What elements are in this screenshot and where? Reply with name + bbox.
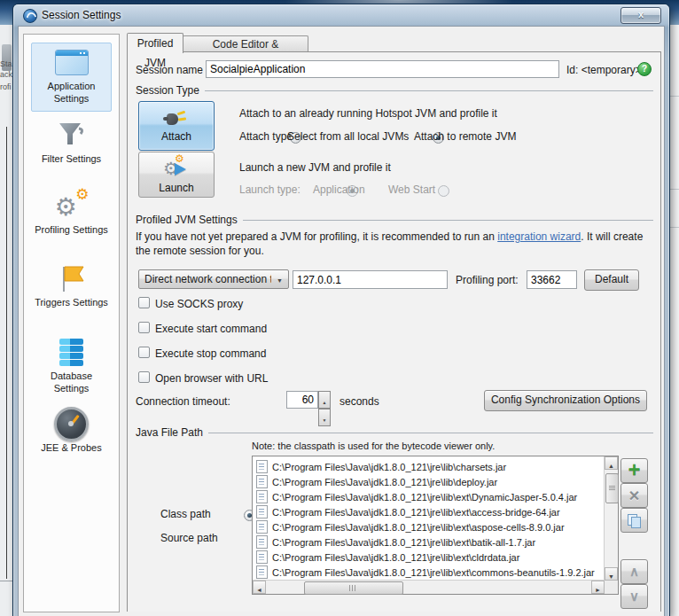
flag-icon: [57, 260, 87, 297]
remove-icon: [628, 487, 640, 504]
attach-description: Attach to an already running Hotspot JVM…: [239, 107, 497, 120]
classpath-entry[interactable]: C:\Program Files\Java\jdk1.8.0_121\jre\l…: [253, 474, 605, 489]
spinner-up-button[interactable]: [318, 391, 331, 409]
checkbox-use-socks-proxy-label[interactable]: Use SOCKS proxy: [155, 298, 243, 310]
profiling-port-label: Profiling port:: [456, 274, 519, 286]
timeout-spinner: [286, 391, 331, 409]
radio-launch-application-label[interactable]: Application: [313, 183, 365, 196]
session-type-group-heading: Session Type: [136, 84, 653, 97]
background-text-fragment: Sta: [0, 59, 12, 68]
classpath-entry[interactable]: C:\Program Files\Java\jdk1.8.0_121\jre\l…: [253, 489, 605, 504]
session-name-input[interactable]: [206, 60, 559, 78]
sidebar-item-triggers-settings[interactable]: Triggers Settings: [31, 259, 112, 328]
launch-type-label: Launch type:: [239, 183, 300, 196]
jar-file-icon: [256, 520, 268, 534]
integration-info-text: If you have not yet prepared a JVM for p…: [136, 230, 648, 258]
remove-path-button[interactable]: [620, 483, 648, 508]
gears-icon: ⚙⚙: [54, 187, 90, 224]
jar-file-icon: [256, 505, 268, 519]
sidebar-item-database-settings[interactable]: Database Settings: [31, 332, 112, 402]
sidebar-item-filter-settings[interactable]: Filter Settings: [31, 115, 112, 184]
radio-select-local-jvms-label[interactable]: Select from all local JVMs: [287, 130, 409, 143]
profiling-port-input[interactable]: [527, 270, 577, 289]
java-file-path-heading: Java File Path: [136, 426, 653, 439]
sidebar-item-application-settings[interactable]: Application Settings: [31, 43, 112, 112]
jar-file-icon: [256, 565, 268, 579]
horizontal-scrollbar[interactable]: [253, 580, 605, 594]
launch-description: Launch a new JVM and profile it: [239, 161, 391, 174]
classpath-entries: C:\Program Files\Java\jdk1.8.0_121\jre\l…: [253, 456, 605, 581]
jar-file-icon: [256, 535, 268, 549]
classpath-entry[interactable]: C:\Program Files\Java\jdk1.8.0_121\jre\l…: [253, 565, 605, 580]
attach-button[interactable]: Attach: [138, 101, 215, 151]
add-path-button[interactable]: [620, 458, 648, 483]
radio-launch-webstart-label[interactable]: Web Start: [388, 183, 435, 196]
background-divider: [669, 96, 679, 97]
launch-button[interactable]: ⚙⚙ Launch: [138, 152, 215, 198]
app-window-icon: [55, 43, 89, 81]
timeout-unit-label: seconds: [340, 395, 379, 408]
background-window-left-edge: Sta ack rofi: [0, 25, 13, 616]
scroll-left-button[interactable]: [253, 581, 266, 594]
background-text-fragment: rofi: [0, 82, 12, 91]
spinner-down-button[interactable]: [318, 409, 331, 426]
classpath-entry[interactable]: C:\Program Files\Java\jdk1.8.0_121\jre\l…: [253, 504, 605, 519]
close-button[interactable]: x: [620, 7, 661, 24]
move-up-button[interactable]: [620, 559, 648, 584]
vertical-scrollbar[interactable]: [604, 456, 618, 581]
database-icon: [59, 333, 83, 370]
session-id-label: Id: <temporary>: [566, 64, 642, 76]
chevron-down-icon: [629, 589, 639, 604]
tab-code-editor-compilation[interactable]: Code Editor & Compilation: [183, 35, 308, 53]
host-input[interactable]: [293, 270, 448, 289]
checkbox-execute-stop-command[interactable]: [138, 347, 150, 358]
plug-icon: [165, 110, 188, 128]
plus-icon: [628, 462, 640, 480]
gauge-icon: [54, 405, 89, 442]
checkbox-execute-start-command-label[interactable]: Execute start command: [155, 323, 267, 335]
help-icon[interactable]: [637, 62, 652, 76]
default-button[interactable]: Default: [584, 269, 639, 291]
radio-attach-remote-jvm-label[interactable]: Attach to remote JVM: [414, 130, 516, 143]
horizontal-scroll-thumb[interactable]: [304, 581, 403, 595]
classpath-entry[interactable]: C:\Program Files\Java\jdk1.8.0_121\jre\l…: [253, 550, 605, 565]
scroll-up-button[interactable]: [605, 456, 618, 470]
launch-gear-icon: ⚙⚙: [163, 156, 190, 179]
checkbox-open-browser-url-label[interactable]: Open browser with URL: [155, 372, 268, 385]
arrow-down-icon: [323, 409, 327, 425]
arrow-down-icon: [608, 566, 614, 582]
checkbox-execute-start-command[interactable]: [138, 322, 150, 333]
radio-launch-webstart[interactable]: [438, 185, 449, 197]
integration-wizard-link[interactable]: integration wizard: [497, 230, 581, 243]
background-divider: [669, 189, 679, 190]
radio-class-path-label[interactable]: Class path: [160, 508, 211, 520]
jar-file-icon: [256, 490, 268, 503]
scroll-down-button[interactable]: [605, 567, 618, 581]
tab-profiled-jvm[interactable]: Profiled JVM: [127, 33, 183, 53]
connection-type-dropdown[interactable]: Direct network connection to: [138, 269, 289, 289]
jprofiler-app-icon: [23, 9, 37, 23]
checkbox-use-socks-proxy[interactable]: [138, 297, 150, 308]
copy-icon: [628, 514, 641, 527]
classpath-entry[interactable]: C:\Program Files\Java\jdk1.8.0_121\jre\l…: [253, 519, 605, 534]
scroll-right-button[interactable]: [591, 581, 605, 594]
checkbox-open-browser-url[interactable]: [138, 371, 150, 383]
classpath-entry[interactable]: C:\Program Files\Java\jdk1.8.0_121\jre\l…: [253, 534, 605, 550]
sidebar-item-jee-probes[interactable]: JEE & Probes: [31, 404, 112, 473]
scrollbar-corner: [605, 581, 618, 594]
classpath-entry[interactable]: C:\Program Files\Java\jdk1.8.0_121\jre\l…: [253, 459, 605, 474]
sidebar-item-profiling-settings[interactable]: ⚙⚙ Profiling Settings: [31, 186, 112, 255]
window-title: Session Settings: [42, 9, 121, 21]
config-sync-options-button[interactable]: Config Synchronization Options: [484, 390, 647, 411]
radio-source-path-label[interactable]: Source path: [160, 532, 218, 544]
arrow-left-icon: [256, 580, 262, 596]
background-divider: [6, 127, 7, 579]
dialog-client-area: Application Settings Filter Settings ⚙⚙: [18, 26, 665, 616]
timeout-input[interactable]: [286, 391, 318, 409]
arrow-up-icon: [608, 456, 614, 472]
vertical-scroll-thumb[interactable]: [605, 473, 619, 503]
copy-path-button[interactable]: [620, 508, 648, 533]
checkbox-execute-stop-command-label[interactable]: Execute stop command: [155, 347, 266, 360]
move-down-button[interactable]: [620, 584, 648, 609]
titlebar[interactable]: Session Settings x: [13, 4, 669, 26]
